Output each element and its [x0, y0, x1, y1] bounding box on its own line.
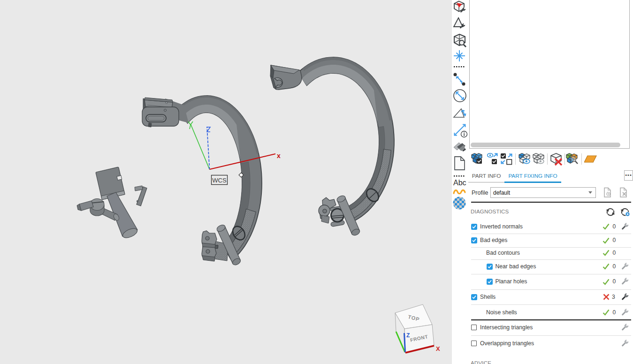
svg-text:Z: Z	[406, 332, 410, 339]
svg-text:Abc: Abc	[453, 179, 466, 187]
svg-text:x: x	[277, 152, 281, 159]
svg-text:X: X	[436, 345, 440, 352]
svg-text:WCS: WCS	[212, 177, 227, 184]
